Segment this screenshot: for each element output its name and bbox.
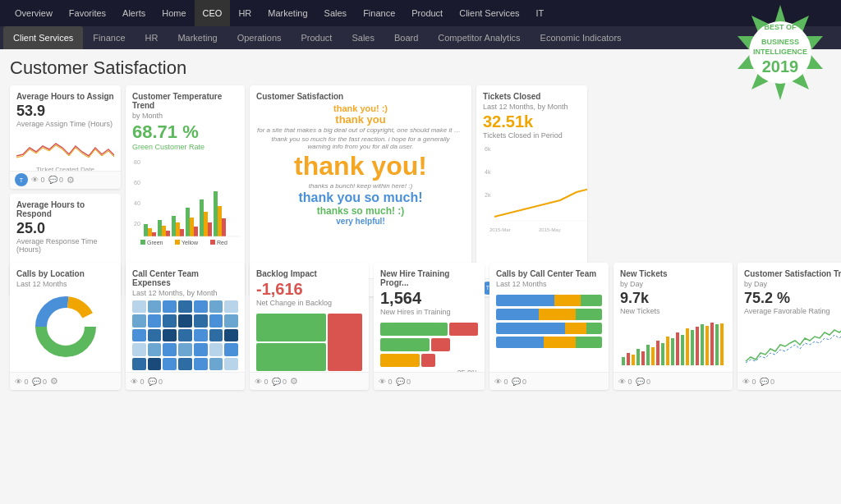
eye-icon: 👁 0 xyxy=(742,378,756,386)
svg-rect-27 xyxy=(210,240,215,245)
gear-icon[interactable]: ⚙ xyxy=(50,376,58,387)
call-expenses-subtitle: Last 12 Months, by Month xyxy=(132,289,238,297)
nav-it[interactable]: IT xyxy=(528,0,553,26)
svg-rect-21 xyxy=(222,218,226,236)
svg-rect-19 xyxy=(214,191,218,236)
backlog-footer: 👁 0 💬 0 ⚙ xyxy=(250,372,369,390)
subnav-hr[interactable]: HR xyxy=(136,26,168,49)
calls-location-card: Calls by Location Last 12 Months 👁 0 💬 0… xyxy=(10,263,121,390)
svg-text:2k: 2k xyxy=(485,192,491,198)
backlog-title: Backlog Impact xyxy=(256,269,362,278)
calls-location-donut xyxy=(16,290,114,364)
calls-team-subtitle: Last 12 Months xyxy=(496,280,602,288)
wc-word-4: thanks so much! :) xyxy=(317,205,405,217)
svg-rect-12 xyxy=(180,229,184,236)
svg-rect-59 xyxy=(701,324,704,365)
comment-icon: 💬 0 xyxy=(32,378,48,386)
svg-text:6k: 6k xyxy=(485,146,491,152)
tickets-value: 32.51k xyxy=(483,112,581,131)
svg-text:20: 20 xyxy=(134,221,140,227)
temp-trend-value: 68.71 % xyxy=(132,121,238,143)
svg-rect-18 xyxy=(208,222,212,236)
call-expenses-footer: 👁 0 💬 0 xyxy=(126,372,245,390)
best-badge: BEST OF BUSINESS INTELLIGENCE 2019 xyxy=(731,3,838,110)
nav-marketing[interactable]: Marketing xyxy=(260,0,315,26)
wc-word-desc: for a site that makes a big deal out of … xyxy=(256,126,465,135)
subnav-competitor-analytics[interactable]: Competitor Analytics xyxy=(428,26,530,49)
new-hire-value: 1,564 xyxy=(380,289,478,308)
wc-word-desc2: thank you so much for the fast reaction.… xyxy=(256,135,465,151)
svg-rect-5 xyxy=(148,228,152,236)
tickets-value-label: Tickets Closed in Period xyxy=(483,131,581,140)
subnav-operations[interactable]: Operations xyxy=(227,26,292,49)
nav-favorites[interactable]: Favorites xyxy=(61,0,114,26)
svg-rect-14 xyxy=(190,218,194,236)
svg-rect-44 xyxy=(627,353,630,365)
nav-home[interactable]: Home xyxy=(154,0,194,26)
svg-rect-48 xyxy=(646,345,650,365)
subnav-marketing[interactable]: Marketing xyxy=(168,26,227,49)
svg-rect-52 xyxy=(666,337,669,365)
hours-assign-card: Average Hours to Assign 53.9 Average Ass… xyxy=(10,85,121,189)
eye-icon: 👁 0 xyxy=(494,378,508,386)
hours-respond-value: 25.0 xyxy=(16,220,114,237)
hours-respond-subtitle: Average Response Time (Hours) xyxy=(16,237,114,254)
svg-rect-43 xyxy=(622,357,625,365)
badge-star: BEST OF BUSINESS INTELLIGENCE 2019 xyxy=(731,3,830,102)
wc-word-3: thank you so much! xyxy=(298,190,422,205)
subnav-client-services[interactable]: Client Services xyxy=(3,26,83,49)
eye-icon: 👁 0 xyxy=(618,378,632,386)
svg-text:60: 60 xyxy=(134,180,140,186)
svg-text:BEST OF: BEST OF xyxy=(764,23,797,31)
backlog-treemap xyxy=(256,314,362,371)
svg-text:2015-Mar: 2015-Mar xyxy=(489,227,511,232)
hours-assign-title: Average Hours to Assign xyxy=(16,92,114,101)
comment-icon: 💬 0 xyxy=(512,378,527,386)
subnav-sales[interactable]: Sales xyxy=(342,26,384,49)
wc-word-1: thank you! :) xyxy=(333,103,388,113)
svg-text:80: 80 xyxy=(134,159,140,165)
nav-sales[interactable]: Sales xyxy=(316,0,356,26)
svg-rect-17 xyxy=(204,212,208,236)
gear-icon[interactable]: ⚙ xyxy=(67,175,75,186)
subnav-finance[interactable]: Finance xyxy=(83,26,135,49)
nav-product[interactable]: Product xyxy=(403,0,451,26)
csat-trend-value: 75.2 % xyxy=(744,290,841,307)
svg-text:40: 40 xyxy=(134,200,140,206)
comment-icon: 💬 0 xyxy=(396,378,411,386)
nav-ceo[interactable]: CEO xyxy=(195,0,231,26)
svg-rect-61 xyxy=(710,323,714,365)
hours-assign-subtitle: Average Assign Time (Hours) xyxy=(16,120,114,128)
comment-icon: 💬 0 xyxy=(272,378,287,386)
wc-word-large: thank you! xyxy=(294,151,427,181)
nav-client-services[interactable]: Client Services xyxy=(451,0,527,26)
eye-icon: 👁 0 xyxy=(15,378,29,386)
svg-rect-15 xyxy=(194,227,198,236)
svg-rect-10 xyxy=(172,216,176,236)
eye-icon: 👁 0 xyxy=(379,378,393,386)
svg-rect-51 xyxy=(661,343,664,365)
nav-hr[interactable]: HR xyxy=(230,0,260,26)
nav-overview[interactable]: Overview xyxy=(7,0,61,26)
new-tickets-chart xyxy=(620,320,729,369)
svg-rect-20 xyxy=(218,206,222,236)
subnav-board[interactable]: Board xyxy=(384,26,428,49)
svg-rect-8 xyxy=(162,226,166,236)
subnav-product[interactable]: Product xyxy=(292,26,342,49)
calls-team-card: Calls by Call Center Team Last 12 Months xyxy=(489,263,609,390)
subnav-economic-indicators[interactable]: Economic Indicators xyxy=(531,26,632,49)
svg-rect-45 xyxy=(632,355,635,365)
svg-rect-4 xyxy=(144,224,148,236)
new-tickets-card: New Tickets by Day 9.7k New Tickets xyxy=(614,263,733,390)
nav-finance[interactable]: Finance xyxy=(355,0,403,26)
csat-trend-label: Average Favorable Rating xyxy=(744,307,841,315)
top-navigation: Overview Favorites Alerts Home CEO HR Ma… xyxy=(0,0,841,26)
svg-rect-23 xyxy=(140,240,145,245)
calls-location-footer: 👁 0 💬 0 ⚙ xyxy=(10,372,121,390)
nav-alerts[interactable]: Alerts xyxy=(114,0,154,26)
new-tickets-footer: 👁 0 💬 0 xyxy=(614,372,733,390)
svg-rect-53 xyxy=(671,338,674,365)
wc-word-5: very helpful! xyxy=(336,217,384,226)
gear-icon[interactable]: ⚙ xyxy=(290,376,298,387)
svg-rect-60 xyxy=(705,326,709,365)
